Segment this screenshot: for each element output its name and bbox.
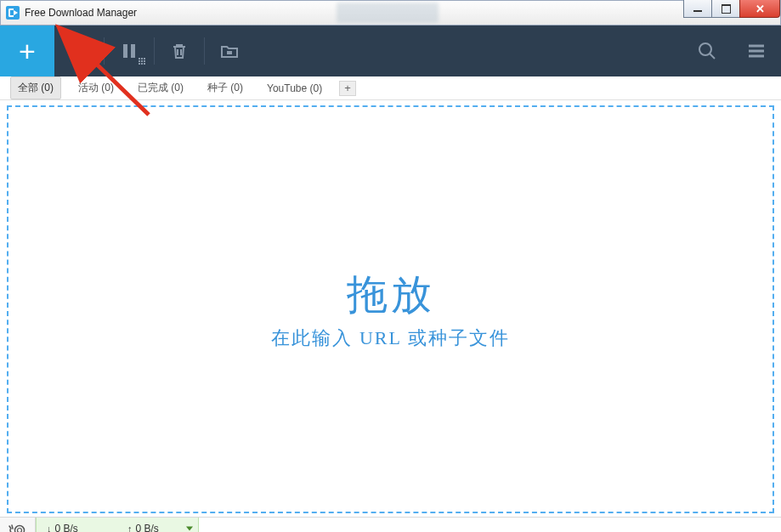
download-speed: ↓ 0 B/s [37, 523, 117, 532]
chevron-down-icon [186, 527, 193, 531]
hamburger-icon [746, 41, 767, 61]
window-titlebar: Free Download Manager ✕ [0, 0, 781, 25]
download-speed-value: 0 B/s [55, 523, 78, 532]
drop-subtitle: 在此输入 URL 或种子文件 [271, 325, 509, 351]
start-all-button[interactable] [54, 25, 104, 76]
tab-completed[interactable]: 已完成 (0) [131, 77, 190, 99]
close-button[interactable]: ✕ [739, 0, 780, 18]
tab-torrents[interactable]: 种子 (0) [201, 77, 250, 99]
search-icon [697, 41, 717, 61]
plus-icon: + [19, 35, 36, 68]
move-to-folder-button[interactable] [205, 25, 254, 76]
background-window-blur [337, 3, 439, 23]
folder-icon [219, 42, 240, 60]
svg-rect-2 [227, 51, 232, 54]
search-button[interactable] [682, 25, 732, 76]
pause-icon [120, 42, 139, 60]
speed-indicator[interactable]: ↓ 0 B/s ↑ 0 B/s [36, 518, 199, 532]
window-title: Free Download Manager [25, 7, 137, 19]
content-area: 拖放 在此输入 URL 或种子文件 [0, 100, 781, 517]
svg-point-3 [699, 43, 711, 55]
delete-button[interactable] [155, 25, 204, 76]
upload-speed-value: 0 B/s [136, 523, 159, 532]
filter-tabs-row: 全部 (0) 活动 (0) 已完成 (0) 种子 (0) YouTube (0)… [0, 76, 781, 100]
snail-icon [8, 523, 27, 533]
drop-zone[interactable]: 拖放 在此输入 URL 或种子文件 [7, 105, 774, 513]
window-controls: ✕ [684, 0, 780, 18]
grid-dots-icon [88, 58, 95, 65]
svg-point-10 [17, 528, 21, 532]
grid-dots-icon [139, 58, 145, 65]
play-icon [69, 41, 89, 61]
maximize-button[interactable] [711, 0, 740, 18]
menu-button[interactable] [732, 25, 781, 76]
drop-title: 拖放 [347, 268, 435, 322]
add-tab-button[interactable]: + [339, 81, 356, 96]
svg-rect-1 [131, 44, 135, 58]
add-download-button[interactable]: + [0, 25, 54, 76]
tab-all[interactable]: 全部 (0) [10, 76, 61, 99]
status-bar: ↓ 0 B/s ↑ 0 B/s [0, 517, 781, 532]
app-icon [6, 6, 20, 20]
tab-active[interactable]: 活动 (0) [71, 77, 121, 99]
arrow-down-icon: ↓ [47, 524, 52, 532]
svg-point-9 [14, 525, 24, 532]
speed-limit-button[interactable] [0, 518, 36, 532]
svg-line-4 [710, 54, 715, 59]
minimize-button[interactable] [683, 0, 712, 18]
svg-rect-0 [123, 44, 127, 58]
pause-all-button[interactable] [105, 25, 154, 76]
main-toolbar: + [0, 25, 781, 76]
arrow-up-icon: ↑ [127, 524, 133, 532]
trash-icon [170, 42, 189, 60]
tab-youtube[interactable]: YouTube (0) [260, 79, 329, 98]
